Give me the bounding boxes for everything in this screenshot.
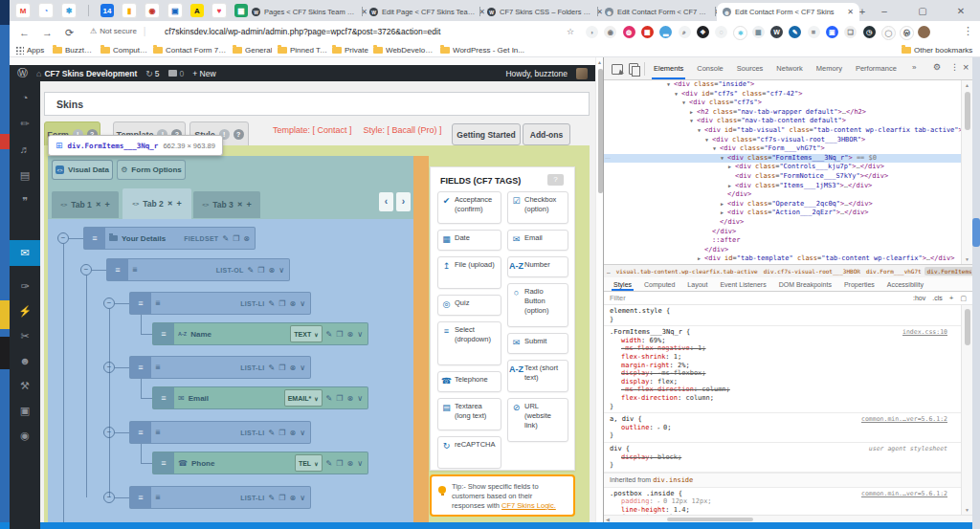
duplicate-icon[interactable]: ❐ (257, 266, 264, 275)
pocket-pinned-icon[interactable]: ♥ (212, 3, 227, 18)
field-button-date[interactable]: ▦Date (437, 230, 501, 251)
chevron-down-icon[interactable]: ∨ (300, 429, 305, 437)
duplicate-icon[interactable]: ❐ (278, 364, 285, 372)
pseudo-state-toggle[interactable]: :hov (913, 295, 925, 301)
css-property[interactable]: padding: ▸ 0 12px 12px; (610, 497, 957, 506)
field-button-number[interactable]: A-ZNumber (507, 256, 568, 277)
editor-tab-3[interactable]: <>Tab 3✕+ (193, 191, 260, 218)
dom-node[interactable]: </div> (604, 190, 961, 200)
scrollbar-thumb[interactable] (667, 518, 753, 521)
dom-node[interactable]: ▼<div id="cf7s" class="cf7-42"> (604, 90, 961, 99)
styles-tab-accessibility[interactable]: Accessibility (885, 277, 925, 291)
edit-icon[interactable]: ✎ (326, 394, 333, 403)
css-property[interactable]: -ms-flex-negative: 1; (610, 344, 957, 353)
site-menu[interactable]: ⌂ CF7 Skins Development (36, 69, 137, 78)
page-scrollbar[interactable]: ▲ (595, 57, 603, 522)
delete-icon[interactable]: ⊗ (289, 364, 296, 372)
dom-node[interactable]: ▶<div id="tab-template" class="tab-conte… (604, 254, 961, 264)
scroll-down-icon[interactable]: ▼ (962, 507, 972, 513)
dom-node[interactable]: ▶<div class="Items___1jMS3">…</div> (604, 182, 961, 191)
duplicate-icon[interactable]: ❐ (336, 459, 343, 468)
tabs-prev-button[interactable]: ‹ (379, 192, 393, 211)
devtools-tab-memory[interactable]: Memory (814, 57, 844, 79)
instagram-ext-icon[interactable]: ◍ (623, 26, 635, 38)
chevron-down-icon[interactable]: ∨ (278, 266, 284, 275)
chevron-down-icon[interactable]: ∨ (357, 330, 363, 339)
breadcrumb-overflow[interactable]: … (604, 267, 613, 276)
bookmark-folder[interactable]: Buzztone (53, 45, 97, 55)
scroll-left-icon[interactable]: ◀ (606, 517, 610, 522)
devtools-tab-sources[interactable]: Sources (735, 57, 766, 79)
blue-asterisk-app-pinned-icon[interactable]: ✱ (61, 3, 77, 18)
browser-tab[interactable]: WCF7 Skins CSS – Folders & File✕ (481, 3, 609, 21)
dom-node[interactable]: </div> (604, 246, 961, 255)
field-button-email[interactable]: ✉Email (507, 230, 568, 251)
tab-close-icon[interactable]: ✕ (847, 8, 854, 16)
field-button-acceptance[interactable]: ✔Acceptance (confirm) (437, 191, 501, 224)
field-button-checkbox[interactable]: ☑Checkbox (option) (507, 191, 568, 224)
expand-shorthand-icon[interactable]: ▸ (657, 498, 663, 504)
css-property[interactable]: line-height: 1.4; (610, 506, 957, 515)
css-property[interactable]: display: -ms-flexbox; (610, 369, 957, 378)
browser-menu-icon[interactable]: ⋮ (963, 25, 973, 37)
field-button-textarea[interactable]: ▤Textarea (long text) (437, 398, 501, 430)
tab-add-icon[interactable]: + (247, 200, 252, 209)
styles-scrollbar[interactable]: ▼ (961, 305, 972, 515)
comments-menu[interactable]: 0 (168, 69, 185, 78)
user-avatar[interactable] (576, 68, 588, 79)
css-property[interactable]: display: flex; (610, 378, 957, 386)
bookmark-folder[interactable]: Contact Form 7 Skins (153, 45, 229, 55)
device-toolbar-icon[interactable] (629, 63, 638, 75)
inherited-node-link[interactable]: div.inside (653, 476, 693, 484)
sidebar-item-dashboard[interactable]: ◔ (10, 92, 40, 103)
blue-square-ext-icon[interactable]: ▣ (826, 26, 838, 38)
edit-icon[interactable]: ✎ (326, 459, 333, 468)
sidebar-item-media[interactable]: ♬ (10, 143, 40, 155)
scrollbar-thumb[interactable] (598, 69, 603, 193)
devtools-tab-network[interactable]: Network (774, 57, 805, 79)
addons-button[interactable]: Add-ons (523, 123, 570, 145)
yellow-a-app-pinned-icon[interactable]: A (190, 4, 204, 17)
window-minimize-button[interactable]: – (867, 1, 902, 20)
stylesheet-link[interactable]: common.min.…ver=5.6.1:2 (861, 415, 947, 424)
field-type-select[interactable]: TEXT∨ (290, 325, 322, 342)
pocket-ext-icon[interactable]: ◗ (586, 26, 598, 38)
updates-menu[interactable]: ↻ 5 (145, 69, 159, 78)
scroll-up-icon[interactable]: ▲ (962, 82, 972, 88)
dom-node[interactable]: ▶<div class="Controls___kju7p">…</div> (604, 163, 961, 172)
capture-ext-icon[interactable]: ⌗ (808, 26, 820, 38)
css-property[interactable]: margin-right: 2%; (610, 362, 957, 370)
devtools-menu-icon[interactable]: ⋮ (950, 62, 959, 72)
back-icon[interactable]: ← (19, 27, 30, 38)
circle-ext-icon[interactable]: ◯ (881, 26, 896, 40)
reload-icon[interactable]: ⟳ (65, 27, 74, 39)
chevron-down-icon[interactable]: ∨ (357, 459, 363, 468)
field-button-text[interactable]: A-ZText (short text) (507, 360, 568, 392)
sidebar-item-settings[interactable]: ▣ (10, 405, 40, 417)
tab-close-icon[interactable]: ✕ (237, 201, 243, 209)
duplicate-icon[interactable]: ❐ (278, 299, 285, 308)
dom-node[interactable]: </div> (604, 228, 961, 237)
sidebar-item-pages[interactable]: ▤ (10, 169, 40, 182)
elements-tree-scrollbar[interactable]: ▲ ▼ (961, 80, 972, 264)
delete-icon[interactable]: ⊗ (289, 494, 296, 502)
breadcrumb-item[interactable]: div.Form___vhG7t (863, 267, 924, 276)
chevron-down-icon[interactable]: ∨ (357, 394, 363, 403)
url-field[interactable]: cf7skinsdev.local/wp-admin/admin.php?pag… (165, 27, 547, 36)
dom-node[interactable]: ::after (604, 236, 961, 246)
css-property[interactable]: flex-shrink: 1; (610, 353, 957, 362)
sidebar-item-comments[interactable]: ❞ (10, 195, 40, 208)
browser-tab[interactable]: ◍Edit Contact Form < CF7 Skins✕ (599, 3, 726, 21)
breadcrumb-item[interactable]: div.FormItems___3Nq_r (924, 267, 972, 276)
blue-dock-app-pinned-icon[interactable]: ▣ (167, 3, 183, 18)
css-property[interactable]: width: 69%; (610, 337, 957, 345)
styles-tab-layout[interactable]: Layout (685, 277, 709, 291)
edit-icon[interactable]: ✎ (222, 234, 229, 243)
sidebar-item-plugins[interactable]: ⚡ (10, 305, 40, 318)
drag-handle[interactable]: ≡ (130, 357, 151, 378)
field-button-url[interactable]: ⊘URL (website link) (507, 398, 568, 442)
filter-input[interactable]: Filter (610, 294, 913, 302)
field-type-select[interactable]: TEL∨ (295, 454, 323, 472)
delete-icon[interactable]: ⊗ (346, 459, 353, 468)
sidebar-item-users[interactable]: ☻ (10, 355, 40, 366)
